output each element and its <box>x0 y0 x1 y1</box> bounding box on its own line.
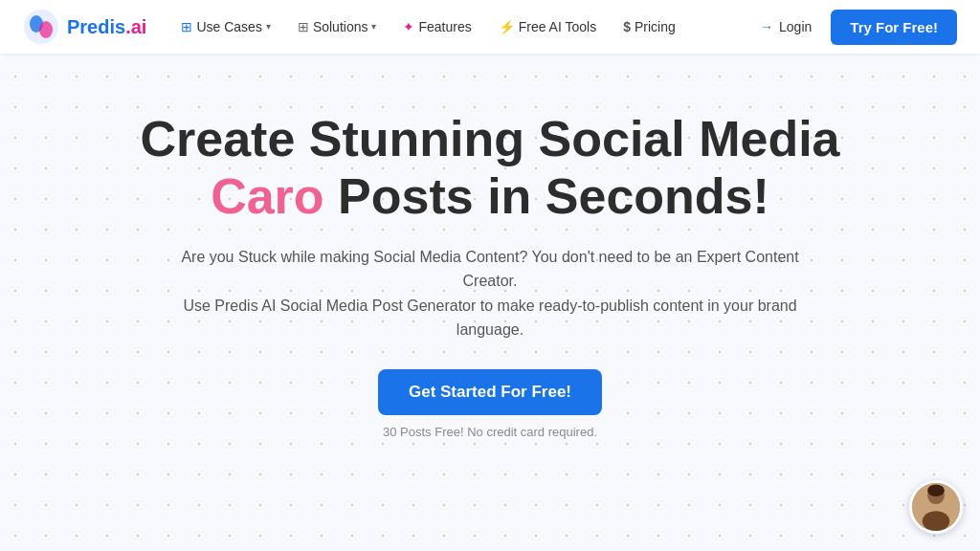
hero-note: 30 Posts Free! No credit card required. <box>383 425 597 439</box>
svg-point-6 <box>923 511 950 531</box>
nav-use-cases[interactable]: Use Cases ▾ <box>169 13 281 41</box>
logo-text: Predis.ai <box>67 16 146 38</box>
features-icon: ✦ <box>403 19 414 34</box>
nav-right: → Login Try For Free! <box>748 10 957 45</box>
layers-icon <box>181 19 192 35</box>
bolt-icon: ⚡ <box>499 19 515 35</box>
login-arrow-icon: → <box>760 19 773 34</box>
get-started-button[interactable]: Get Started For Free! <box>378 369 602 415</box>
navbar: Predis.ai Use Cases ▾ ⊞ Solutions ▾ ✦ Fe… <box>0 0 980 54</box>
svg-point-2 <box>39 21 53 38</box>
solutions-chevron-icon: ▾ <box>371 21 376 32</box>
nav-links: Use Cases ▾ ⊞ Solutions ▾ ✦ Features ⚡ F… <box>169 13 741 41</box>
logo[interactable]: Predis.ai <box>23 9 146 45</box>
nav-solutions[interactable]: ⊞ Solutions ▾ <box>286 13 389 40</box>
hero-title: Create Stunning Social Media Caro Posts … <box>140 111 839 226</box>
try-for-free-button[interactable]: Try For Free! <box>831 10 957 45</box>
nav-features[interactable]: ✦ Features <box>391 13 482 40</box>
nav-free-ai-tools[interactable]: ⚡ Free AI Tools <box>487 13 608 41</box>
hero-section: Create Stunning Social Media Caro Posts … <box>0 54 980 439</box>
solutions-icon: ⊞ <box>298 19 309 34</box>
nav-pricing[interactable]: $ Pricing <box>612 13 687 40</box>
hero-subtitle: Are you Stuck while making Social Media … <box>155 245 825 342</box>
svg-point-5 <box>927 484 945 496</box>
dollar-icon: $ <box>623 19 631 34</box>
avatar <box>909 480 963 534</box>
nav-login[interactable]: → Login <box>748 13 823 40</box>
chevron-down-icon: ▾ <box>266 21 271 33</box>
